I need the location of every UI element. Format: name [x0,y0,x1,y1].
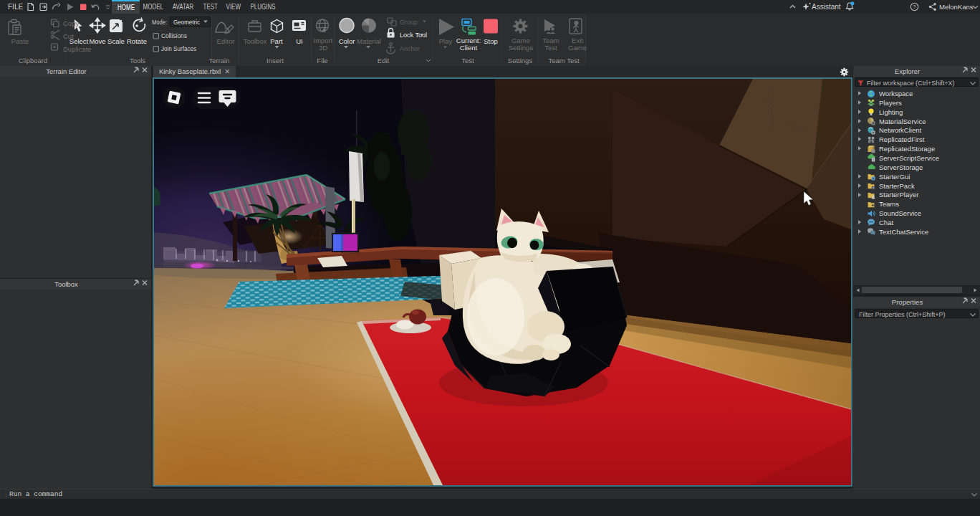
svg-text:Join Surfaces: Join Surfaces [161,44,196,52]
svg-text:Mode:: Mode: [152,18,167,26]
svg-text:Collisions: Collisions [161,32,187,39]
svg-text:Group: Group [400,18,418,26]
svg-text:Geometric: Geometric [173,18,200,26]
svg-text:?: ? [913,4,916,10]
svg-text:Anchor: Anchor [400,44,420,52]
